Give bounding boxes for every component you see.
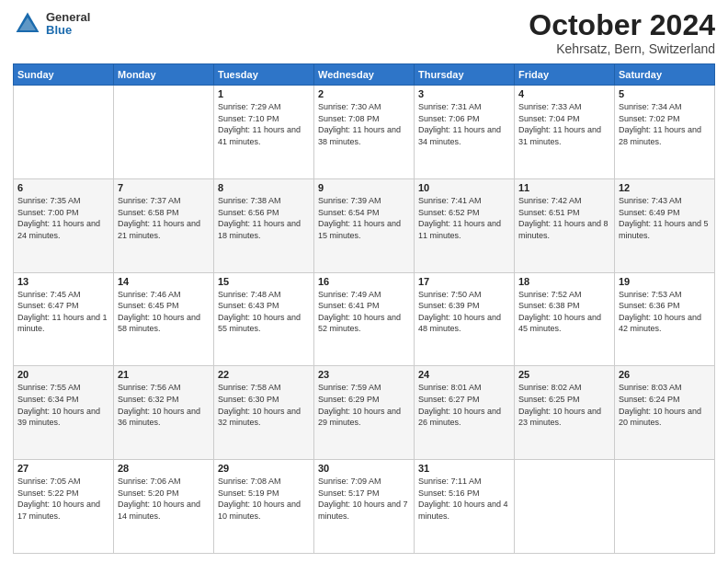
day-number: 2 [318, 88, 410, 99]
logo-general-text: General [46, 11, 90, 24]
day-number: 11 [518, 182, 610, 193]
day-info: Sunrise: 7:41 AMSunset: 6:52 PMDaylight:… [418, 195, 510, 241]
col-thursday: Thursday [415, 64, 515, 86]
table-row: 12Sunrise: 7:43 AMSunset: 6:49 PMDayligh… [615, 178, 715, 272]
day-info: Sunrise: 7:06 AMSunset: 5:20 PMDaylight:… [118, 476, 210, 522]
calendar-week-row: 13Sunrise: 7:45 AMSunset: 6:47 PMDayligh… [14, 272, 715, 366]
day-info: Sunrise: 7:33 AMSunset: 7:04 PMDaylight:… [518, 101, 610, 147]
table-row: 17Sunrise: 7:50 AMSunset: 6:39 PMDayligh… [415, 272, 515, 366]
day-number: 18 [518, 276, 610, 287]
day-info: Sunrise: 7:29 AMSunset: 7:10 PMDaylight:… [218, 101, 310, 147]
col-tuesday: Tuesday [214, 64, 314, 86]
day-info: Sunrise: 7:43 AMSunset: 6:49 PMDaylight:… [619, 195, 711, 241]
day-number: 31 [418, 463, 510, 474]
day-info: Sunrise: 7:11 AMSunset: 5:16 PMDaylight:… [418, 476, 510, 522]
table-row: 13Sunrise: 7:45 AMSunset: 6:47 PMDayligh… [14, 272, 114, 366]
day-number: 16 [318, 276, 410, 287]
day-info: Sunrise: 7:49 AMSunset: 6:41 PMDaylight:… [318, 289, 410, 335]
title-location: Kehrsatz, Bern, Switzerland [529, 41, 715, 56]
day-info: Sunrise: 7:55 AMSunset: 6:34 PMDaylight:… [17, 382, 109, 428]
day-info: Sunrise: 7:56 AMSunset: 6:32 PMDaylight:… [118, 382, 210, 428]
day-info: Sunrise: 7:59 AMSunset: 6:29 PMDaylight:… [318, 382, 410, 428]
day-info: Sunrise: 7:58 AMSunset: 6:30 PMDaylight:… [218, 382, 310, 428]
logo-icon [13, 9, 42, 39]
day-info: Sunrise: 7:48 AMSunset: 6:43 PMDaylight:… [218, 289, 310, 335]
table-row: 6Sunrise: 7:35 AMSunset: 7:00 PMDaylight… [14, 178, 114, 272]
table-row [615, 460, 715, 554]
day-number: 10 [418, 182, 510, 193]
day-info: Sunrise: 7:09 AMSunset: 5:17 PMDaylight:… [318, 476, 410, 522]
table-row: 4Sunrise: 7:33 AMSunset: 7:04 PMDaylight… [515, 86, 615, 179]
table-row: 9Sunrise: 7:39 AMSunset: 6:54 PMDaylight… [314, 178, 415, 272]
calendar-week-row: 27Sunrise: 7:05 AMSunset: 5:22 PMDayligh… [14, 460, 715, 554]
day-info: Sunrise: 7:38 AMSunset: 6:56 PMDaylight:… [218, 195, 310, 241]
logo-text: General Blue [46, 11, 90, 38]
day-info: Sunrise: 7:30 AMSunset: 7:08 PMDaylight:… [318, 101, 410, 147]
table-row: 21Sunrise: 7:56 AMSunset: 6:32 PMDayligh… [114, 366, 214, 460]
day-info: Sunrise: 7:35 AMSunset: 7:00 PMDaylight:… [17, 195, 109, 241]
table-row: 5Sunrise: 7:34 AMSunset: 7:02 PMDaylight… [615, 86, 715, 179]
col-wednesday: Wednesday [314, 64, 415, 86]
table-row: 7Sunrise: 7:37 AMSunset: 6:58 PMDaylight… [114, 178, 214, 272]
day-info: Sunrise: 7:34 AMSunset: 7:02 PMDaylight:… [619, 101, 711, 147]
table-row: 16Sunrise: 7:49 AMSunset: 6:41 PMDayligh… [314, 272, 415, 366]
table-row: 31Sunrise: 7:11 AMSunset: 5:16 PMDayligh… [415, 460, 515, 554]
table-row: 3Sunrise: 7:31 AMSunset: 7:06 PMDaylight… [415, 86, 515, 179]
table-row: 8Sunrise: 7:38 AMSunset: 6:56 PMDaylight… [214, 178, 314, 272]
day-info: Sunrise: 7:52 AMSunset: 6:38 PMDaylight:… [518, 289, 610, 335]
day-number: 12 [619, 182, 711, 193]
col-monday: Monday [114, 64, 214, 86]
table-row: 10Sunrise: 7:41 AMSunset: 6:52 PMDayligh… [415, 178, 515, 272]
table-row: 29Sunrise: 7:08 AMSunset: 5:19 PMDayligh… [214, 460, 314, 554]
day-number: 29 [218, 463, 310, 474]
table-row [515, 460, 615, 554]
table-row: 11Sunrise: 7:42 AMSunset: 6:51 PMDayligh… [515, 178, 615, 272]
day-number: 7 [118, 182, 210, 193]
day-number: 25 [518, 369, 610, 380]
day-number: 9 [318, 182, 410, 193]
day-number: 8 [218, 182, 310, 193]
day-number: 30 [318, 463, 410, 474]
day-number: 21 [118, 369, 210, 380]
day-number: 28 [118, 463, 210, 474]
day-info: Sunrise: 7:37 AMSunset: 6:58 PMDaylight:… [118, 195, 210, 241]
day-info: Sunrise: 7:05 AMSunset: 5:22 PMDaylight:… [17, 476, 109, 522]
table-row: 18Sunrise: 7:52 AMSunset: 6:38 PMDayligh… [515, 272, 615, 366]
day-number: 22 [218, 369, 310, 380]
day-number: 6 [17, 182, 109, 193]
logo-blue-text: Blue [46, 24, 90, 37]
day-info: Sunrise: 7:39 AMSunset: 6:54 PMDaylight:… [318, 195, 410, 241]
calendar-week-row: 20Sunrise: 7:55 AMSunset: 6:34 PMDayligh… [14, 366, 715, 460]
calendar-table: Sunday Monday Tuesday Wednesday Thursday… [13, 63, 715, 554]
day-info: Sunrise: 7:31 AMSunset: 7:06 PMDaylight:… [418, 101, 510, 147]
col-saturday: Saturday [615, 64, 715, 86]
day-number: 19 [619, 276, 711, 287]
title-month: October 2024 [529, 9, 715, 41]
table-row: 24Sunrise: 8:01 AMSunset: 6:27 PMDayligh… [415, 366, 515, 460]
calendar-week-row: 1Sunrise: 7:29 AMSunset: 7:10 PMDaylight… [14, 86, 715, 179]
page: General Blue October 2024 Kehrsatz, Bern… [0, 0, 728, 563]
table-row [114, 86, 214, 179]
table-row: 1Sunrise: 7:29 AMSunset: 7:10 PMDaylight… [214, 86, 314, 179]
day-number: 27 [17, 463, 109, 474]
table-row: 20Sunrise: 7:55 AMSunset: 6:34 PMDayligh… [14, 366, 114, 460]
table-row: 14Sunrise: 7:46 AMSunset: 6:45 PMDayligh… [114, 272, 214, 366]
day-number: 4 [518, 88, 610, 99]
day-number: 15 [218, 276, 310, 287]
day-info: Sunrise: 7:45 AMSunset: 6:47 PMDaylight:… [17, 289, 109, 335]
title-block: October 2024 Kehrsatz, Bern, Switzerland [529, 9, 715, 56]
table-row: 27Sunrise: 7:05 AMSunset: 5:22 PMDayligh… [14, 460, 114, 554]
day-info: Sunrise: 7:46 AMSunset: 6:45 PMDaylight:… [118, 289, 210, 335]
day-number: 26 [619, 369, 711, 380]
day-info: Sunrise: 7:42 AMSunset: 6:51 PMDaylight:… [518, 195, 610, 241]
table-row: 26Sunrise: 8:03 AMSunset: 6:24 PMDayligh… [615, 366, 715, 460]
table-row: 30Sunrise: 7:09 AMSunset: 5:17 PMDayligh… [314, 460, 415, 554]
day-info: Sunrise: 8:01 AMSunset: 6:27 PMDaylight:… [418, 382, 510, 428]
table-row [14, 86, 114, 179]
day-number: 20 [17, 369, 109, 380]
table-row: 28Sunrise: 7:06 AMSunset: 5:20 PMDayligh… [114, 460, 214, 554]
day-number: 3 [418, 88, 510, 99]
day-number: 17 [418, 276, 510, 287]
day-info: Sunrise: 8:02 AMSunset: 6:25 PMDaylight:… [518, 382, 610, 428]
day-info: Sunrise: 7:50 AMSunset: 6:39 PMDaylight:… [418, 289, 510, 335]
